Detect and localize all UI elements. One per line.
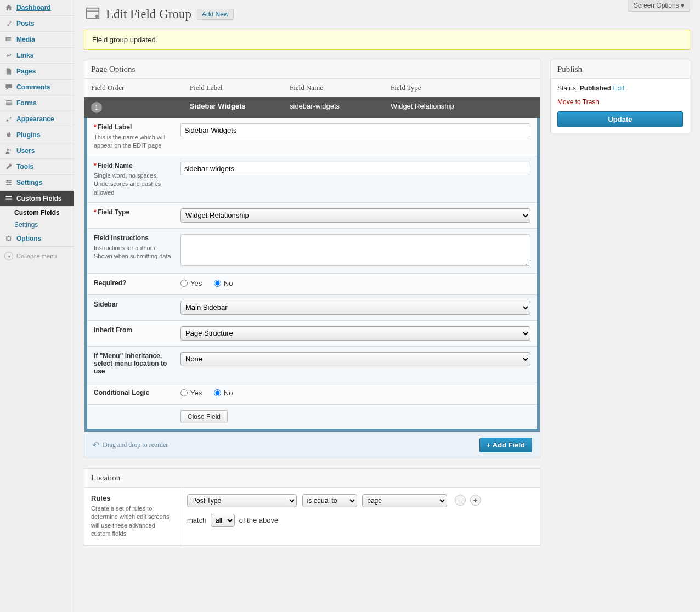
move-to-trash-link[interactable]: Move to Trash bbox=[557, 98, 599, 106]
rule-operator-select[interactable]: is equal to bbox=[302, 494, 357, 507]
location-title: Location bbox=[84, 469, 540, 488]
col-label-header: Field Label bbox=[183, 79, 283, 97]
appearance-icon bbox=[4, 115, 13, 123]
sidebar-item-options[interactable]: Options bbox=[0, 231, 74, 247]
sidebar-item-settings[interactable]: Settings bbox=[0, 175, 74, 191]
match-select[interactable]: all bbox=[211, 514, 235, 527]
svg-rect-14 bbox=[5, 198, 12, 200]
field-row-label: Sidebar Widgets bbox=[183, 97, 283, 118]
sidebar-item-media[interactable]: Media bbox=[0, 32, 74, 48]
match-post: of the above bbox=[239, 516, 279, 524]
field-label-desc: This is the name which will appear on th… bbox=[94, 133, 174, 150]
svg-rect-3 bbox=[6, 103, 12, 104]
field-name-desc: Single word, no spaces. Underscores and … bbox=[94, 172, 174, 197]
sidebar-item-dashboard[interactable]: Dashboard bbox=[0, 0, 74, 16]
settings-icon bbox=[4, 178, 13, 187]
sidebar-item-forms[interactable]: Forms bbox=[0, 95, 74, 111]
svg-point-5 bbox=[7, 149, 9, 151]
status-edit-link[interactable]: Edit bbox=[613, 84, 624, 92]
collapse-arrow-icon: ◂ bbox=[4, 252, 13, 260]
custom-fields-icon bbox=[4, 194, 13, 203]
sidebar-title: Sidebar bbox=[94, 301, 174, 308]
col-type-header: Field Type bbox=[384, 79, 540, 97]
sidebar-item-custom-fields[interactable]: Custom Fields bbox=[0, 191, 74, 207]
required-no-radio[interactable]: No bbox=[214, 279, 233, 287]
svg-point-11 bbox=[9, 182, 11, 184]
field-edit-panel: *Field LabelThis is the name which will … bbox=[84, 118, 540, 432]
sidebar-item-appearance[interactable]: Appearance bbox=[0, 111, 74, 127]
svg-rect-4 bbox=[6, 104, 12, 105]
sidebar-item-tools[interactable]: Tools bbox=[0, 159, 74, 175]
screen-options-button[interactable]: Screen Options ▾ bbox=[628, 0, 690, 12]
sidebar-item-comments[interactable]: Comments bbox=[0, 80, 74, 95]
rule-add-button[interactable]: + bbox=[470, 495, 481, 506]
submenu-custom-fields[interactable]: Custom Fields bbox=[0, 207, 74, 219]
field-label-title: Field Label bbox=[98, 123, 132, 131]
col-order-header: Field Order bbox=[84, 79, 183, 97]
menu-title: If "Menu" inheritance, select menu locat… bbox=[94, 352, 174, 375]
publish-panel: Publish Status: Published Edit Move to T… bbox=[550, 60, 690, 133]
svg-rect-2 bbox=[6, 100, 12, 101]
publish-title: Publish bbox=[551, 60, 690, 79]
sidebar-item-links[interactable]: Links bbox=[0, 48, 74, 64]
col-name-header: Field Name bbox=[283, 79, 384, 97]
sidebar-select[interactable]: Main Sidebar bbox=[180, 301, 530, 315]
media-icon bbox=[4, 35, 13, 44]
close-field-button[interactable]: Close Field bbox=[180, 410, 228, 423]
field-type-title: Field Type bbox=[98, 208, 129, 216]
field-row-name: sidebar-widgets bbox=[283, 97, 384, 118]
cond-no-radio[interactable]: No bbox=[214, 389, 233, 397]
field-group-icon bbox=[84, 5, 101, 23]
form-icon bbox=[4, 99, 13, 107]
status-label: Status: bbox=[557, 84, 578, 92]
instructions-textarea[interactable] bbox=[180, 234, 530, 266]
rules-desc: Create a set of rules to determine which… bbox=[91, 505, 173, 539]
submenu-settings[interactable]: Settings bbox=[0, 219, 74, 231]
comment-icon bbox=[4, 83, 13, 92]
sidebar-item-users[interactable]: Users bbox=[0, 143, 74, 159]
svg-rect-1 bbox=[7, 38, 13, 42]
field-name-title: Field Name bbox=[98, 162, 133, 169]
field-label-input[interactable] bbox=[180, 123, 530, 137]
group-title: Page Options bbox=[84, 60, 540, 79]
sidebar-item-plugins[interactable]: Plugins bbox=[0, 127, 74, 143]
drag-hint: ↶Drag and drop to reorder bbox=[92, 440, 168, 450]
cond-title: Conditional Logic bbox=[94, 389, 174, 396]
update-button[interactable]: Update bbox=[557, 111, 683, 127]
gear-icon bbox=[4, 234, 13, 243]
required-yes-radio[interactable]: Yes bbox=[180, 279, 202, 287]
add-field-button[interactable]: + Add Field bbox=[479, 438, 532, 452]
field-order-badge: 1 bbox=[91, 102, 102, 113]
svg-rect-13 bbox=[5, 196, 12, 197]
users-icon bbox=[4, 146, 13, 155]
svg-point-10 bbox=[7, 180, 9, 182]
tools-icon bbox=[4, 162, 13, 171]
instructions-desc: Instructions for authors. Shown when sub… bbox=[94, 244, 174, 261]
rule-remove-button[interactable]: – bbox=[455, 495, 466, 506]
cond-yes-radio[interactable]: Yes bbox=[180, 389, 202, 397]
instructions-title: Field Instructions bbox=[94, 234, 174, 242]
add-new-button[interactable]: Add New bbox=[197, 9, 234, 20]
field-group-panel: Page Options Field Order Field Label Fie… bbox=[84, 60, 540, 458]
match-pre: match bbox=[187, 516, 206, 524]
rule-value-select[interactable]: page bbox=[362, 494, 447, 507]
collapse-menu[interactable]: ◂Collapse menu bbox=[0, 247, 74, 265]
update-notice: Field group updated. bbox=[84, 30, 690, 50]
plugin-icon bbox=[4, 131, 13, 139]
svg-point-6 bbox=[9, 149, 11, 151]
pin-icon bbox=[4, 19, 13, 28]
sidebar-item-posts[interactable]: Posts bbox=[0, 16, 74, 32]
admin-sidebar: Dashboard Posts Media Links Pages Commen… bbox=[0, 0, 74, 612]
sidebar-item-pages[interactable]: Pages bbox=[0, 64, 74, 80]
menu-select[interactable]: None bbox=[180, 352, 530, 366]
page-icon bbox=[4, 67, 13, 76]
field-name-input[interactable] bbox=[180, 162, 530, 175]
field-row[interactable]: 1 Sidebar Widgets sidebar-widgets Widget… bbox=[84, 97, 540, 118]
page-title: Edit Field Group bbox=[106, 7, 191, 21]
field-row-type: Widget Relationship bbox=[384, 97, 540, 118]
field-type-select[interactable]: Widget Relationship bbox=[180, 208, 530, 223]
inherit-title: Inherit From bbox=[94, 326, 174, 334]
required-title: Required? bbox=[94, 279, 174, 287]
rule-param-select[interactable]: Post Type bbox=[187, 494, 297, 507]
inherit-select[interactable]: Page Structure bbox=[180, 326, 530, 341]
